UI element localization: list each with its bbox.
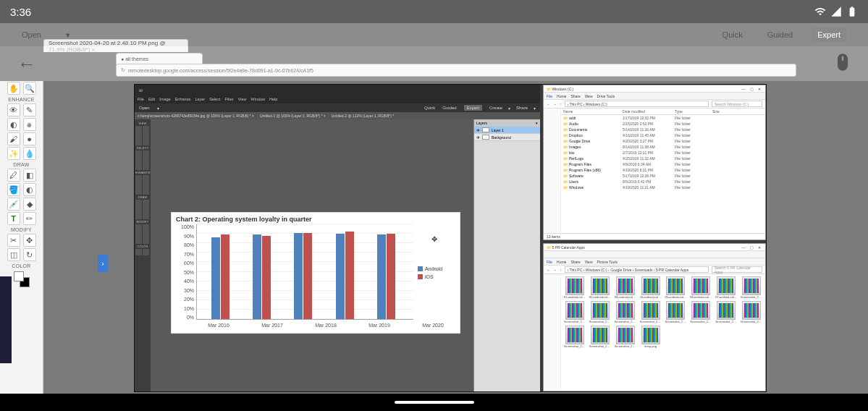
tool-icon[interactable] — [135, 157, 142, 164]
tool-icon[interactable] — [143, 151, 149, 157]
tool-zoom-icon[interactable]: 🔍 — [23, 82, 36, 95]
tool-icon[interactable] — [143, 231, 149, 237]
tool-icon[interactable] — [143, 164, 149, 170]
tab-guided[interactable]: Guided — [762, 27, 799, 42]
doc-tab[interactable]: Untitled-1 @ 100% (Layer 1, RGB/8*) * × — [260, 114, 326, 118]
address-bar[interactable]: ↻ remotedesktop.google.com/access/sessio… — [116, 64, 796, 77]
thumbnail[interactable]: Screenshot_20200408-131236_Do.jpg — [563, 326, 586, 348]
tool-icon[interactable] — [135, 126, 142, 132]
open-dropdown[interactable]: Open — [139, 106, 150, 110]
file-row[interactable]: Images8/14/2019 11:38 AMFile folder — [561, 144, 765, 150]
ribbon-tab[interactable]: File — [547, 94, 552, 98]
android-nav-bar[interactable] — [0, 394, 868, 411]
doc-tab[interactable]: c:\temp\screenshots-4280743e85034e.jpg @… — [138, 114, 254, 118]
thumbnail[interactable]: Screenshot_20200406-175024.jpg — [740, 301, 763, 323]
menu-window[interactable]: Window — [251, 97, 266, 101]
nav-back-icon[interactable]: ← — [547, 102, 550, 106]
maximize-icon[interactable]: ▢ — [749, 245, 754, 250]
ribbon-tab[interactable]: Drive Tools — [597, 94, 615, 98]
menu-layer[interactable]: Layer — [195, 97, 205, 101]
tool-eyedrop-icon[interactable]: 💉 — [7, 198, 20, 211]
tool-icon[interactable] — [135, 213, 142, 219]
tool-text-icon[interactable]: T — [7, 212, 20, 225]
home-pill[interactable] — [395, 401, 474, 404]
mouse-mode-button[interactable] — [833, 52, 853, 75]
tool-icon[interactable] — [135, 249, 142, 255]
thumbnail[interactable]: Screenshot_20200406-105910.jpg — [563, 301, 586, 323]
menu-view[interactable]: View — [238, 97, 247, 101]
ribbon-tab[interactable]: View — [585, 260, 593, 264]
thumbnail[interactable]: Screenshot_20200408-131322.jpg — [589, 326, 612, 348]
tool-icon[interactable] — [135, 206, 142, 213]
thumbnail[interactable]: Screenshot_20200406-105016_Calendar.png — [689, 301, 712, 323]
minimize-icon[interactable]: — — [741, 87, 746, 91]
file-row[interactable]: addl1/17/2019 12:32 PMFile folder — [561, 115, 765, 121]
thumbnail[interactable]: Screenshot_20200406-105400.jpg — [715, 301, 738, 323]
thumbnail[interactable]: Screenshot_20200408-131428.jpg — [614, 326, 637, 348]
menu-enhance[interactable]: Enhance — [175, 97, 191, 101]
tool-icon[interactable] — [135, 164, 142, 170]
file-row[interactable]: Program Files (x86)4/19/2020 8:31 PMFile… — [561, 167, 765, 173]
close-icon[interactable]: ✕ — [757, 87, 762, 91]
create-dropdown[interactable]: Create — [489, 106, 502, 111]
tool-hand-icon[interactable]: ✋ — [7, 82, 20, 95]
tool-icon[interactable]: ◫ — [7, 248, 20, 261]
tool-icon[interactable] — [135, 139, 142, 145]
tool-icon[interactable]: ● — [23, 132, 36, 145]
menu-select[interactable]: Select — [209, 97, 220, 101]
ribbon-tab[interactable]: View — [585, 94, 593, 98]
window-titlebar[interactable]: ⊞ — [135, 85, 540, 95]
remote-desktop[interactable]: ⊞ FileEditImageEnhanceLayerSelectFilterV… — [134, 84, 767, 392]
layer-row[interactable]: 👁Background — [474, 134, 540, 141]
file-explorer-bottom[interactable]: 📁 5 PR Calendar Apps—▢✕ FileHomeShareVie… — [543, 243, 766, 391]
file-row[interactable]: Windows4/19/2020 11:21 AMFile folder — [561, 185, 765, 190]
search-input[interactable]: Search Windows (C:) — [712, 101, 762, 107]
doc-tab[interactable]: Untitled-2 @ 112% (Layer 1, RGB/8*) * — [332, 114, 395, 118]
file-row[interactable]: Google Drive4/20/2020 3:27 PMFile folder — [561, 138, 765, 144]
minimize-icon[interactable]: — — [741, 245, 746, 250]
file-row[interactable]: Audio2/15/2020 2:52 PMFile folder — [561, 121, 765, 127]
tab-guided[interactable]: Guided — [442, 106, 456, 110]
tool-fill-icon[interactable]: 🪣 — [7, 183, 20, 196]
ribbon-tab[interactable]: Home — [557, 94, 566, 98]
menu-edit[interactable]: Edit — [148, 97, 155, 101]
breadcrumb[interactable]: › This PC › Windows (C:) › Google Drive … — [565, 266, 709, 273]
tool-crop-icon[interactable]: ✂ — [7, 234, 20, 247]
tool-erase-icon[interactable]: ◧ — [23, 169, 36, 182]
thumbnail[interactable]: 03-android-calendar-business-calendar.jp… — [614, 276, 637, 299]
thumbnail[interactable]: Screenshot_20200406-105016_Dialer.jpg — [614, 301, 637, 323]
tool-icon[interactable] — [143, 126, 149, 132]
tool-icon[interactable]: 👁 — [7, 103, 20, 116]
open-dropdown[interactable]: Open — [22, 30, 41, 39]
tool-icon[interactable] — [135, 224, 142, 231]
tool-icon[interactable] — [143, 213, 149, 219]
nav-pane[interactable] — [544, 109, 561, 233]
editor-menubar[interactable]: FileEditImageEnhanceLayerSelectFilterVie… — [135, 95, 540, 103]
tool-icon[interactable] — [135, 237, 142, 244]
thumbnail[interactable]: Screenshot_20200406-105016_Calendar.jpg — [665, 301, 688, 323]
menu-filter[interactable]: Filter — [224, 97, 233, 101]
file-row[interactable]: kits2/7/2019 12:21 PMFile folder — [561, 150, 765, 156]
file-row[interactable]: Documents5/14/2019 11:26 AMFile folder — [561, 127, 765, 132]
tool-icon[interactable]: ✨ — [7, 147, 20, 160]
thumbnail[interactable]: Screenshot_20200406-091539.jpg — [740, 276, 763, 299]
ribbon-tab[interactable]: Share — [570, 94, 580, 98]
tool-icon[interactable] — [143, 175, 149, 182]
thumbnail[interactable]: 05-android-calendar-color-swatches.jpg — [665, 276, 688, 299]
thumbnail[interactable]: 01-android-calendar-google-calendar.jpg — [563, 276, 586, 299]
tab-expert[interactable]: Expert — [464, 105, 482, 111]
tool-icon[interactable] — [135, 188, 142, 195]
tool-move-icon[interactable]: ✥ — [23, 234, 36, 247]
tool-icon[interactable] — [143, 157, 149, 164]
menu-file[interactable]: File — [138, 97, 144, 101]
tool-icon[interactable] — [143, 249, 149, 255]
layer-row[interactable]: 👁Layer 1 — [474, 127, 540, 134]
image-editor-window[interactable]: ⊞ FileEditImageEnhanceLayerSelectFilterV… — [135, 85, 540, 391]
nav-fwd-icon[interactable]: → — [553, 102, 557, 106]
menu-image[interactable]: Image — [159, 97, 170, 101]
document-tabs[interactable]: c:\temp\screenshots-4280743e85034e.jpg @… — [135, 112, 540, 119]
canvas[interactable]: Chart 2: Operating system loyalty in qua… — [151, 119, 473, 391]
ribbon-tab[interactable]: Picture Tools — [597, 260, 618, 264]
breadcrumb[interactable]: › This PC › Windows (C:) — [565, 101, 709, 107]
tool-gradient-icon[interactable]: ◐ — [23, 183, 36, 196]
